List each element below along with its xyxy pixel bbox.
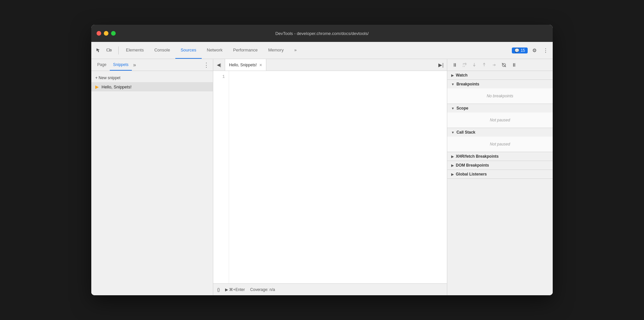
scope-arrow-icon: ▼ xyxy=(451,107,454,110)
editor-tab-hello-snippets[interactable]: Hello, Snippets! × xyxy=(225,59,266,71)
global-listeners-arrow-icon: ▶ xyxy=(451,173,454,176)
notification-count: 15 xyxy=(521,48,525,53)
dom-breakpoints-label: DOM Breakpoints xyxy=(456,163,489,168)
toolbar-left-icons xyxy=(94,46,114,55)
devtools-window: DevTools - developer.chrome.com/docs/dev… xyxy=(91,25,553,295)
editor-panel: ◀| Hello, Snippets! × ▶| 1 xyxy=(213,59,447,295)
line-number: 1 xyxy=(213,74,225,80)
editor-tab-label: Hello, Snippets! xyxy=(229,63,257,67)
step-into-button[interactable] xyxy=(470,60,479,70)
panel-overflow-menu[interactable]: ⋮ xyxy=(202,61,210,69)
minimize-button[interactable] xyxy=(104,31,108,36)
breakpoints-arrow-icon: ▼ xyxy=(451,82,454,86)
svg-rect-0 xyxy=(107,49,110,51)
left-panel: Page Snippets » ⋮ + New snippet ▶ Hello,… xyxy=(91,59,213,295)
xhr-breakpoints-section: ▶ XHR/fetch Breakpoints xyxy=(447,152,553,161)
step-button[interactable] xyxy=(489,60,499,70)
editor-tabs: ◀| Hello, Snippets! × ▶| xyxy=(213,59,447,71)
call-stack-arrow-icon: ▼ xyxy=(451,131,454,134)
no-breakpoints-text: No breakpoints xyxy=(453,91,547,101)
dom-arrow-icon: ▶ xyxy=(451,164,454,167)
snippet-file-icon: ▶ xyxy=(95,84,99,89)
global-listeners-header[interactable]: ▶ Global Listeners xyxy=(447,170,553,178)
call-stack-section-header[interactable]: ▼ Call Stack xyxy=(447,128,553,137)
tab-performance[interactable]: Performance xyxy=(228,42,263,59)
line-numbers: 1 xyxy=(213,71,229,283)
right-sections: ▶ Watch ▼ Breakpoints No breakpoints xyxy=(447,71,553,295)
more-options-button[interactable]: ⋮ xyxy=(541,46,550,55)
call-stack-label: Call Stack xyxy=(456,130,475,135)
xhr-breakpoints-label: XHR/fetch Breakpoints xyxy=(456,154,499,159)
svg-rect-1 xyxy=(110,49,111,51)
breakpoints-label: Breakpoints xyxy=(456,82,479,86)
call-stack-content: Not paused xyxy=(447,137,553,152)
tab-console[interactable]: Console xyxy=(149,42,175,59)
run-snippet-button[interactable]: ▶ ⌘+Enter xyxy=(225,287,245,292)
editor-footer: {} ▶ ⌘+Enter Coverage: n/a xyxy=(213,283,447,295)
scope-section: ▼ Scope Not paused xyxy=(447,104,553,128)
step-out-button[interactable] xyxy=(480,60,489,70)
inspect-element-button[interactable] xyxy=(94,46,103,55)
svg-line-2 xyxy=(502,63,506,67)
tab-elements[interactable]: Elements xyxy=(121,42,149,59)
editor-run-button[interactable]: ▶| xyxy=(435,59,447,71)
watch-arrow-icon: ▶ xyxy=(451,74,454,77)
watch-label: Watch xyxy=(456,73,468,78)
xhr-arrow-icon: ▶ xyxy=(451,155,454,158)
dom-breakpoints-section: ▶ DOM Breakpoints xyxy=(447,161,553,170)
breakpoints-section: ▼ Breakpoints No breakpoints xyxy=(447,80,553,104)
scope-content: Not paused xyxy=(447,112,553,128)
left-panel-content: + New snippet ▶ Hello, Snippets! xyxy=(91,71,213,295)
debugger-toolbar: ⏸ xyxy=(447,59,553,71)
right-panel: ⏸ xyxy=(447,59,553,295)
pause-resume-button[interactable]: ⏸ xyxy=(450,60,459,70)
window-title: DevTools - developer.chrome.com/docs/dev… xyxy=(275,31,368,36)
global-listeners-label: Global Listeners xyxy=(456,172,487,176)
watch-section: ▶ Watch xyxy=(447,71,553,80)
close-button[interactable] xyxy=(97,31,101,36)
code-editor[interactable] xyxy=(229,71,447,283)
editor-tab-close-button[interactable]: × xyxy=(259,63,262,67)
main-toolbar: Elements Console Sources Network Perform… xyxy=(91,42,553,59)
scope-not-paused: Not paused xyxy=(453,115,547,125)
tab-network[interactable]: Network xyxy=(202,42,228,59)
panel-tab-snippets[interactable]: Snippets xyxy=(110,59,132,71)
device-toolbar-button[interactable] xyxy=(104,46,114,55)
panel-tabs: Page Snippets » ⋮ xyxy=(91,59,213,71)
pause-on-exceptions-button[interactable]: ⏸ xyxy=(509,60,518,70)
toolbar-right: 💬 15 ⚙ ⋮ xyxy=(512,46,550,55)
tab-sources[interactable]: Sources xyxy=(175,42,202,59)
devtools-body: Elements Console Sources Network Perform… xyxy=(91,42,553,295)
global-listeners-section: ▶ Global Listeners xyxy=(447,170,553,179)
scope-section-header[interactable]: ▼ Scope xyxy=(447,104,553,112)
notification-icon: 💬 xyxy=(514,48,519,53)
breakpoints-content: No breakpoints xyxy=(447,88,553,104)
notification-badge[interactable]: 💬 15 xyxy=(512,48,528,53)
tab-more[interactable]: » xyxy=(289,42,302,59)
deactivate-breakpoints-button[interactable] xyxy=(499,60,509,70)
panel-tab-more-icon[interactable]: » xyxy=(132,62,137,68)
call-stack-not-paused: Not paused xyxy=(453,139,547,149)
step-over-button[interactable] xyxy=(460,60,469,70)
snippet-name: Hello, Snippets! xyxy=(102,84,132,89)
dom-breakpoints-header[interactable]: ▶ DOM Breakpoints xyxy=(447,161,553,170)
xhr-breakpoints-header[interactable]: ▶ XHR/fetch Breakpoints xyxy=(447,152,553,161)
snippet-item[interactable]: ▶ Hello, Snippets! xyxy=(91,82,213,91)
editor-area: 1 xyxy=(213,71,447,283)
settings-button[interactable]: ⚙ xyxy=(530,46,539,55)
new-snippet-button[interactable]: + New snippet xyxy=(91,74,213,82)
watch-section-header[interactable]: ▶ Watch xyxy=(447,71,553,80)
scope-label: Scope xyxy=(456,106,468,111)
tab-memory[interactable]: Memory xyxy=(263,42,289,59)
coverage-label: Coverage: n/a xyxy=(250,287,275,292)
editor-sidebar-toggle[interactable]: ◀| xyxy=(213,59,225,71)
maximize-button[interactable] xyxy=(111,31,116,36)
format-button[interactable]: {} xyxy=(217,287,220,292)
breakpoints-section-header[interactable]: ▼ Breakpoints xyxy=(447,80,553,88)
content-area: Page Snippets » ⋮ + New snippet ▶ Hello,… xyxy=(91,59,553,295)
main-tabs: Elements Console Sources Network Perform… xyxy=(121,42,512,59)
call-stack-section: ▼ Call Stack Not paused xyxy=(447,128,553,152)
panel-tab-page[interactable]: Page xyxy=(94,59,110,71)
titlebar: DevTools - developer.chrome.com/docs/dev… xyxy=(91,25,553,42)
traffic-lights xyxy=(97,31,116,36)
